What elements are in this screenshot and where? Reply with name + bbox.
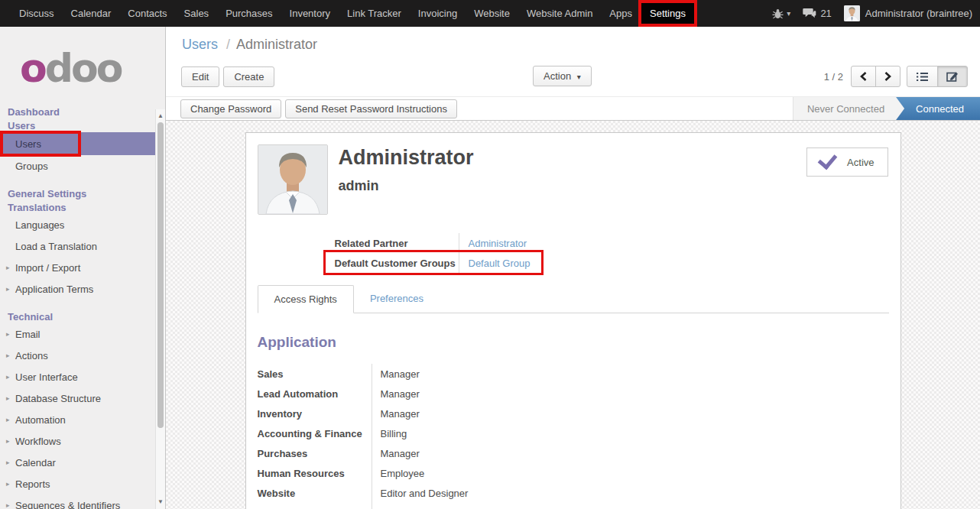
create-button[interactable]: Create xyxy=(223,66,274,87)
chevron-right-icon: ▸ xyxy=(6,373,15,381)
sidebar-item[interactable]: ▸ Actions xyxy=(0,345,165,366)
sidebar-item[interactable]: ▸ Users xyxy=(0,132,157,155)
application-access-list: Sales Manager Lead Automation Manager In… xyxy=(258,364,889,509)
topnav-item[interactable]: Website Admin xyxy=(518,0,601,27)
sidebar-item[interactable]: ▸ Load a Translation xyxy=(0,235,165,257)
caret-down-icon: ▾ xyxy=(787,9,790,18)
sidebar-item-label: Translations xyxy=(8,202,67,213)
list-icon xyxy=(916,72,929,82)
topnav-item[interactable]: Website xyxy=(466,0,518,27)
application-access-level: Manager xyxy=(372,384,420,404)
sidebar-item-label: Users xyxy=(8,120,35,131)
topnav-item[interactable]: Calendar xyxy=(63,0,120,27)
chevron-right-icon: ▸ xyxy=(6,264,15,271)
application-access-level: Billing xyxy=(372,423,407,443)
field-group: Related Partner Administrator Default Cu… xyxy=(335,233,889,273)
topnav-item[interactable]: Sales xyxy=(176,0,218,27)
sidebar-item-label: Users xyxy=(15,138,41,150)
chevron-right-icon: ▸ xyxy=(6,501,15,509)
scrollbar-thumb[interactable] xyxy=(157,122,164,428)
status-step[interactable]: Never Connected xyxy=(793,97,904,120)
tab[interactable]: Access Rights xyxy=(258,285,354,313)
user-login: admin xyxy=(339,178,474,194)
topnav-right: ▾ 21 xyxy=(760,0,980,27)
topnav-item[interactable]: Apps xyxy=(601,0,641,27)
chevron-right-icon xyxy=(884,72,891,81)
sidebar-item-label: Reports xyxy=(15,478,50,490)
user-menu-button[interactable]: Administrator (braintree) xyxy=(844,5,972,21)
pager-buttons xyxy=(851,66,900,87)
user-photo[interactable] xyxy=(258,144,328,215)
sidebar-item[interactable]: ▸ Dashboard xyxy=(0,105,165,118)
topnav-item[interactable]: Discuss xyxy=(11,0,63,27)
sidebar-item[interactable]: ▸ Database Structure xyxy=(0,387,165,409)
sidebar-item[interactable]: ▸ User Interface xyxy=(0,366,165,387)
action-dropdown-button[interactable]: Action ▾ xyxy=(533,66,592,86)
tab[interactable]: Preferences xyxy=(354,285,440,313)
form-view-button[interactable] xyxy=(937,66,968,87)
pager: 1 / 2 xyxy=(824,66,968,87)
user-avatar xyxy=(844,5,860,21)
application-label: Sales xyxy=(258,364,372,384)
sidebar-item-label: Languages xyxy=(15,219,64,231)
sidebar-item[interactable]: ▸ Email xyxy=(0,323,165,345)
previous-page-button[interactable] xyxy=(851,66,876,87)
sidebar-item[interactable]: ▸ Reports xyxy=(0,473,165,494)
breadcrumb-item[interactable]: Users xyxy=(182,37,218,52)
topnav-item[interactable]: Purchases xyxy=(217,0,281,27)
breadcrumb: Users Administrator xyxy=(166,27,980,53)
next-page-button[interactable] xyxy=(875,66,900,87)
sidebar-item[interactable]: ▸ Sequences & Identifiers xyxy=(0,494,165,509)
sidebar-item[interactable]: ▸ Calendar xyxy=(0,452,165,473)
active-checkbox[interactable]: Active xyxy=(806,148,888,177)
application-label: Administration xyxy=(258,503,372,509)
sidebar-item[interactable]: ▸ Users xyxy=(0,118,165,132)
breadcrumb-item[interactable]: Administrator xyxy=(222,37,317,52)
caret-down-icon: ▾ xyxy=(577,73,581,81)
sidebar-item[interactable]: ▸ Translations xyxy=(0,200,165,214)
sidebar-item[interactable]: ▸ Technical xyxy=(0,310,165,323)
topnav-item[interactable]: Link Tracker xyxy=(339,0,410,27)
chevron-right-icon: ▸ xyxy=(6,285,15,293)
scroll-down-icon[interactable]: ▼ xyxy=(156,497,165,507)
field-row: Related Partner Administrator xyxy=(335,233,889,253)
field-value-link[interactable]: Administrator xyxy=(459,233,527,253)
sidebar-item[interactable]: ▸ Workflows xyxy=(0,430,165,452)
sidebar-item[interactable]: ▸ General Settings xyxy=(0,186,165,200)
application-access-level: Editor and Designer xyxy=(372,483,469,503)
sidebar-scrollbar[interactable]: ▲ ▼ xyxy=(155,109,165,509)
user-profile-header: Administrator admin Active xyxy=(258,144,889,215)
sidebar-item[interactable]: ▸ Groups xyxy=(0,155,165,177)
sidebar-item[interactable]: ▸ Automation xyxy=(0,409,165,430)
application-access-level: Employee xyxy=(372,463,425,483)
debug-menu-button[interactable]: ▾ xyxy=(772,8,790,19)
field-label: Related Partner xyxy=(335,233,459,253)
topnav-item[interactable]: Contacts xyxy=(119,0,175,27)
edit-button[interactable]: Edit xyxy=(181,66,219,87)
scroll-up-icon[interactable]: ▲ xyxy=(156,111,165,121)
sidebar-item[interactable]: ▸ Application Terms xyxy=(0,278,165,300)
sidebar-item-label: Actions xyxy=(15,350,48,361)
statusbar-button[interactable]: Change Password xyxy=(180,99,281,118)
chat-icon xyxy=(803,8,816,19)
application-access-level: Manager xyxy=(372,443,420,463)
list-view-button[interactable] xyxy=(907,66,938,87)
sidebar-item[interactable]: ▸ Languages xyxy=(0,214,165,235)
application-row: Human Resources Employee xyxy=(258,463,889,483)
chevron-right-icon: ▸ xyxy=(6,480,15,488)
topnav-item[interactable]: Invoicing xyxy=(410,0,466,27)
statusbar-button[interactable]: Send Reset Password Instructions xyxy=(285,99,457,118)
odoo-logo: odoo xyxy=(0,27,165,94)
field-value-link[interactable]: Default Group xyxy=(459,253,531,273)
chevron-right-icon: ▸ xyxy=(6,394,15,402)
messages-button[interactable]: 21 xyxy=(803,8,831,19)
button-row: Edit Create Action ▾ 1 / 2 xyxy=(181,66,968,87)
topnav-item[interactable]: Inventory xyxy=(281,0,339,27)
status-step[interactable]: Connected xyxy=(896,97,980,120)
sidebar-item-label: Application Terms xyxy=(15,284,93,295)
application-row: Inventory Manager xyxy=(258,404,889,423)
sidebar-item[interactable]: ▸ Import / Export xyxy=(0,257,165,278)
topnav-item[interactable]: Settings xyxy=(641,3,694,24)
top-nav-menu: Discuss Calendar Contacts Sales Purchase… xyxy=(0,0,695,27)
check-icon xyxy=(818,150,838,170)
